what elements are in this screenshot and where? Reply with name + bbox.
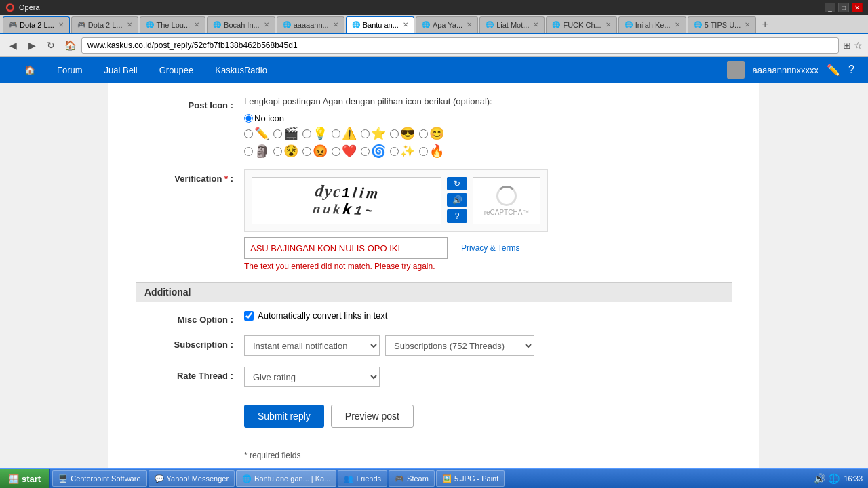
pencil-icon: ✏️ bbox=[254, 126, 269, 141]
tab-close-icon[interactable]: ✕ bbox=[745, 21, 750, 28]
tab-fuck[interactable]: 🌐 FUCK Ch... ✕ bbox=[546, 16, 616, 33]
yahoo-icon: 💬 bbox=[155, 474, 164, 483]
tab-favicon: 🌐 bbox=[422, 21, 430, 29]
privacy-terms-link[interactable]: Privacy & Terms bbox=[461, 243, 519, 253]
close-button[interactable]: ✕ bbox=[852, 3, 863, 12]
maximize-button[interactable]: □ bbox=[838, 3, 849, 12]
tab-bar: 🎮 Dota 2 L... ✕ 🎮 Dota 2 L... ✕ 🌐 The Lo… bbox=[0, 15, 868, 34]
tab-close-icon[interactable]: ✕ bbox=[533, 21, 538, 28]
tab-close-icon[interactable]: ✕ bbox=[467, 21, 472, 28]
icon-radio-film[interactable] bbox=[273, 129, 282, 138]
rate-thread-select[interactable]: Give rating bbox=[244, 367, 380, 387]
icon-option-smile: 😊 bbox=[419, 126, 444, 141]
bookmark-icon[interactable]: ☆ bbox=[854, 40, 863, 51]
post-icon-label: Post Icon : bbox=[136, 96, 244, 159]
taskbar-steam[interactable]: 🎮 Steam bbox=[389, 470, 435, 487]
icon-radio-warn[interactable] bbox=[332, 129, 340, 138]
taskbar-centerpoint[interactable]: 🖥️ Centerpoint Software bbox=[52, 470, 146, 487]
no-icon-radio[interactable] bbox=[244, 114, 253, 123]
tab-aaaa[interactable]: 🌐 aaaaann... ✕ bbox=[277, 16, 344, 33]
subscription-type-select[interactable]: Instant email notification bbox=[244, 336, 380, 356]
sparkle-icon: ✨ bbox=[400, 144, 415, 159]
friends-icon: 👥 bbox=[344, 474, 353, 483]
taskbar-friends[interactable]: 👥 Friends bbox=[338, 470, 387, 487]
tab-apaya[interactable]: 🌐 Apa Ya... ✕ bbox=[416, 16, 478, 33]
auto-convert-checkbox[interactable] bbox=[244, 311, 254, 321]
tab-close-icon[interactable]: ✕ bbox=[127, 21, 132, 28]
icon-radio-swirl[interactable] bbox=[361, 147, 370, 156]
new-tab-button[interactable]: + bbox=[757, 16, 772, 33]
no-icon-label: No icon bbox=[254, 113, 284, 123]
forum-nav-link[interactable]: Forum bbox=[46, 57, 94, 83]
help-nav-icon[interactable]: ? bbox=[848, 64, 854, 76]
icon-radio-cool[interactable] bbox=[390, 129, 399, 138]
taskbar-bantu[interactable]: 🌐 Bantu ane gan... | Ka... bbox=[236, 470, 336, 487]
volume-tray-icon[interactable]: 🔊 bbox=[814, 473, 825, 484]
captcha-audio-button[interactable]: 🔊 bbox=[447, 193, 467, 207]
misc-option-container: Automatically convert links in text bbox=[244, 310, 732, 321]
grid-icon[interactable]: ⊞ bbox=[843, 40, 851, 51]
tab-close-icon[interactable]: ✕ bbox=[58, 21, 64, 28]
verification-content: dyc1lim nukk1~ ↻ 🔊 ? reCAPTC bbox=[244, 169, 732, 271]
tab-close-icon[interactable]: ✕ bbox=[403, 21, 408, 28]
edit-nav-icon[interactable]: ✏️ bbox=[827, 64, 840, 77]
icon-radio-smile[interactable] bbox=[419, 129, 428, 138]
kaskusradio-nav-link[interactable]: KaskusRadio bbox=[204, 57, 278, 83]
tab-favicon: 🎮 bbox=[9, 21, 17, 29]
required-marker: * bbox=[224, 174, 228, 184]
site-nav: 🏠 Forum Jual Beli Groupee KaskusRadio aa… bbox=[0, 57, 868, 83]
tab-dota2[interactable]: 🎮 Dota 2 L... ✕ bbox=[71, 16, 138, 33]
icon-radio-angry[interactable] bbox=[302, 147, 311, 156]
tab-close-icon[interactable]: ✕ bbox=[333, 21, 338, 28]
home-button[interactable]: 🏠 bbox=[62, 38, 77, 53]
home-nav-link[interactable]: 🏠 bbox=[14, 57, 46, 83]
start-button[interactable]: 🪟 start bbox=[0, 469, 50, 488]
captcha-spinner-icon bbox=[496, 186, 517, 206]
tab-5tips[interactable]: 🌐 5 TIPS U... ✕ bbox=[688, 16, 757, 33]
icon-option-fire: 🔥 bbox=[419, 144, 444, 159]
tab-dota1[interactable]: 🎮 Dota 2 L... ✕ bbox=[3, 16, 70, 33]
forward-button[interactable]: ▶ bbox=[24, 38, 39, 53]
url-input[interactable] bbox=[81, 37, 839, 54]
tab-bantu[interactable]: 🌐 Bantu an... ✕ bbox=[346, 16, 414, 33]
tab-thelou[interactable]: 🌐 The Lou... ✕ bbox=[140, 16, 206, 33]
rate-thread-label: Rate Thread : bbox=[136, 367, 244, 387]
submit-reply-button[interactable]: Submit reply bbox=[244, 405, 324, 428]
tab-bocah[interactable]: 🌐 Bocah In... ✕ bbox=[207, 16, 275, 33]
tab-liatmot[interactable]: 🌐 Liat Mot... ✕ bbox=[479, 16, 545, 33]
icon-option-angry: 😡 bbox=[302, 144, 328, 159]
icon-radio-bulb[interactable] bbox=[302, 129, 311, 138]
captcha-refresh-button[interactable]: ↻ bbox=[447, 177, 467, 190]
icon-radio-fire[interactable] bbox=[419, 147, 428, 156]
tab-inilah[interactable]: 🌐 Inilah Ke... ✕ bbox=[618, 16, 686, 33]
icon-radio-pencil[interactable] bbox=[244, 129, 253, 138]
preview-post-button[interactable]: Preview post bbox=[331, 405, 414, 428]
system-tray: 🔊 🌐 bbox=[814, 473, 840, 484]
icon-grid: No icon ✏️ 🎬 bbox=[244, 113, 732, 159]
tab-close-icon[interactable]: ✕ bbox=[194, 21, 199, 28]
taskbar-paint[interactable]: 🖼️ 5.JPG - Paint bbox=[436, 470, 505, 487]
captcha-help-button[interactable]: ? bbox=[447, 209, 467, 223]
tab-favicon: 🌐 bbox=[283, 21, 291, 29]
centerpoint-icon: 🖥️ bbox=[58, 474, 68, 483]
icon-radio-dizzy[interactable] bbox=[273, 147, 282, 156]
icon-radio-sparkle[interactable] bbox=[390, 147, 399, 156]
subscription-threads-select[interactable]: Subscriptions (752 Threads) bbox=[385, 336, 534, 356]
icon-radio-heart[interactable] bbox=[332, 147, 340, 156]
tab-close-icon[interactable]: ✕ bbox=[606, 21, 611, 28]
tab-close-icon[interactable]: ✕ bbox=[675, 21, 680, 28]
taskbar-yahoo[interactable]: 💬 Yahoo! Messenger bbox=[149, 470, 235, 487]
network-tray-icon[interactable]: 🌐 bbox=[828, 473, 840, 484]
jualbeli-nav-link[interactable]: Jual Beli bbox=[94, 57, 149, 83]
back-button[interactable]: ◀ bbox=[5, 38, 20, 53]
captcha-input[interactable] bbox=[244, 237, 448, 259]
reload-button[interactable]: ↻ bbox=[43, 38, 58, 53]
tab-close-icon[interactable]: ✕ bbox=[264, 21, 269, 28]
groupee-nav-link[interactable]: Groupee bbox=[149, 57, 205, 83]
icon-radio-moai[interactable] bbox=[244, 147, 253, 156]
icon-radio-star[interactable] bbox=[361, 129, 370, 138]
icon-row-2: 🗿 😵 😡 ❤️ bbox=[244, 144, 732, 159]
browser-logo: ⭕ bbox=[5, 3, 15, 12]
minimize-button[interactable]: _ bbox=[825, 3, 835, 12]
title-bar: ⭕ Opera _ □ ✕ bbox=[0, 0, 868, 15]
